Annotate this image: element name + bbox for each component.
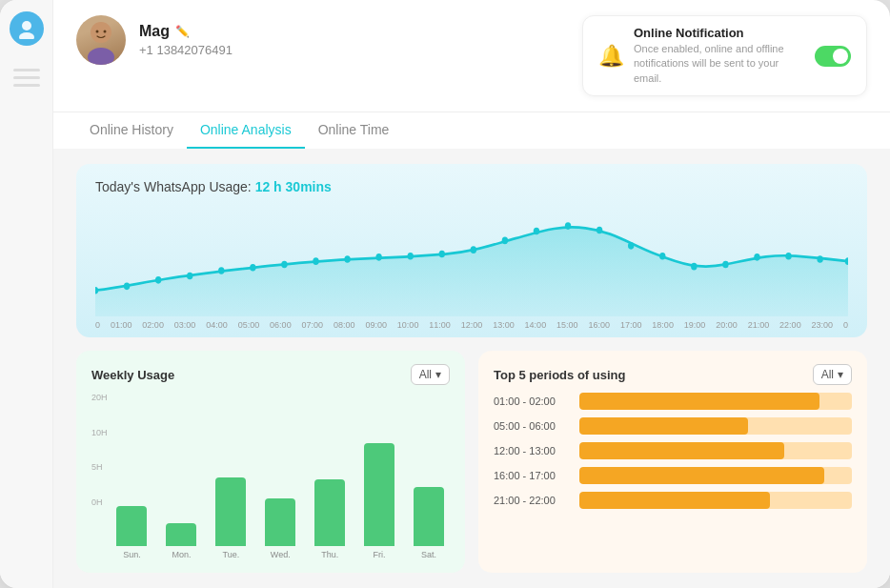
svg-point-1	[19, 32, 34, 39]
notification-toggle[interactable]	[815, 46, 851, 67]
svg-point-8	[155, 276, 161, 284]
bar-group: Thu.	[309, 479, 351, 559]
header: Mag ✏️ +1 13842076491 🔔 Online Notificat…	[53, 0, 890, 112]
svg-point-24	[659, 253, 665, 260]
usage-chart	[95, 202, 848, 316]
bar-group: Mon.	[160, 523, 202, 559]
user-phone: +1 13842076491	[139, 43, 233, 57]
svg-point-10	[218, 267, 224, 274]
bar-day-label: Tue.	[222, 550, 239, 559]
notif-desc: Once enabled, online and offline notific…	[634, 42, 805, 86]
period-row: 12:00 - 13:00	[494, 442, 852, 459]
svg-point-19	[502, 237, 508, 245]
bar-chart: Sun.Mon.Tue.Wed.Thu.Fri.Sat.	[111, 393, 450, 559]
period-label: 21:00 - 22:00	[494, 495, 570, 506]
avatar	[76, 15, 126, 65]
svg-point-27	[754, 253, 759, 261]
y-axis-labels: 20H10H5H0H	[91, 393, 111, 507]
tab-history[interactable]: Online History	[76, 112, 187, 149]
period-label: 12:00 - 13:00	[494, 445, 570, 456]
bar-day-label: Fri.	[374, 550, 386, 559]
weekly-dropdown[interactable]: All ▾	[411, 364, 450, 385]
user-info: Mag ✏️ +1 13842076491	[76, 15, 233, 80]
bar	[314, 479, 345, 546]
svg-point-26	[722, 261, 728, 269]
bar	[116, 506, 147, 546]
svg-point-23	[628, 242, 634, 250]
svg-point-11	[250, 264, 255, 272]
usage-card: Today's WhatsApp Usage: 12 h 30mins	[76, 164, 867, 337]
svg-point-3	[88, 48, 114, 65]
bar	[166, 523, 196, 546]
bar	[215, 477, 246, 546]
bar	[265, 498, 295, 546]
bar-group: Fri.	[358, 443, 400, 559]
bar-group: Wed.	[259, 498, 301, 559]
svg-point-7	[124, 283, 130, 291]
svg-point-22	[597, 227, 602, 234]
sidebar-avatar[interactable]	[10, 11, 44, 46]
period-bar-bg	[579, 417, 852, 435]
svg-point-28	[785, 253, 791, 260]
period-bar-bg	[579, 393, 852, 410]
svg-point-15	[375, 253, 381, 261]
main-content: Mag ✏️ +1 13842076491 🔔 Online Notificat…	[53, 0, 890, 588]
bar	[414, 487, 444, 546]
period-bar-bg	[579, 442, 852, 459]
user-name-row: Mag ✏️	[139, 23, 233, 40]
svg-point-9	[187, 273, 192, 280]
svg-point-25	[691, 263, 697, 271]
weekly-title: Weekly Usage	[91, 368, 174, 382]
svg-point-29	[817, 255, 822, 263]
period-row: 21:00 - 22:00	[494, 492, 852, 509]
svg-point-14	[344, 255, 350, 263]
sidebar	[0, 0, 53, 588]
svg-point-20	[534, 228, 539, 235]
usage-value: 12 h 30mins	[255, 179, 332, 194]
periods-header: Top 5 periods of using All ▾	[494, 364, 852, 385]
usage-title: Today's WhatsApp Usage: 12 h 30mins	[95, 179, 848, 194]
time-labels: 001:0002:0003:0004:00 05:0006:0007:0008:…	[95, 316, 848, 337]
periods-title: Top 5 periods of using	[494, 368, 625, 382]
weekly-usage-card: Weekly Usage All ▾ 20H10H5H0H Sun.Mon.Tu…	[76, 351, 465, 573]
period-bar-fill	[579, 442, 784, 459]
bar-group: Sat.	[408, 487, 450, 559]
svg-point-12	[281, 261, 287, 269]
svg-point-5	[104, 30, 107, 33]
chevron-down-icon: ▾	[838, 368, 843, 381]
svg-point-17	[439, 251, 445, 258]
bar	[364, 443, 394, 546]
svg-point-21	[565, 222, 571, 230]
period-bar-fill	[579, 393, 819, 410]
tabs: Online History Online Analysis Online Ti…	[53, 112, 890, 149]
bar-day-label: Wed.	[271, 550, 291, 559]
svg-point-4	[96, 30, 99, 33]
svg-point-13	[313, 258, 318, 266]
weekly-header: Weekly Usage All ▾	[91, 364, 450, 385]
period-bar-fill	[579, 467, 824, 484]
period-label: 16:00 - 17:00	[494, 470, 570, 481]
period-bar-bg	[579, 467, 852, 484]
period-label: 05:00 - 06:00	[494, 420, 570, 432]
svg-point-18	[471, 247, 476, 254]
edit-icon[interactable]: ✏️	[175, 25, 190, 38]
bar-group: Tue.	[210, 477, 252, 559]
periods-dropdown[interactable]: All ▾	[813, 364, 852, 385]
svg-point-16	[407, 253, 413, 260]
periods-card: Top 5 periods of using All ▾ 01:00 - 02:…	[478, 351, 867, 573]
notif-title: Online Notification	[634, 26, 805, 40]
bar-day-label: Mon.	[172, 550, 191, 559]
tab-time[interactable]: Online Time	[305, 112, 403, 149]
period-label: 01:00 - 02:00	[494, 395, 570, 407]
svg-point-0	[22, 21, 31, 30]
period-row: 16:00 - 17:00	[494, 467, 852, 484]
bell-icon: 🔔	[598, 44, 624, 69]
bar-group: Sun.	[111, 506, 153, 559]
period-bar-fill	[579, 417, 748, 435]
bar-day-label: Sat.	[421, 550, 436, 559]
period-row: 01:00 - 02:00	[494, 393, 852, 410]
tab-analysis[interactable]: Online Analysis	[187, 112, 305, 149]
periods-list: 01:00 - 02:0005:00 - 06:0012:00 - 13:001…	[494, 393, 852, 517]
content-area: Today's WhatsApp Usage: 12 h 30mins	[53, 149, 890, 588]
bar-day-label: Thu.	[321, 550, 338, 559]
